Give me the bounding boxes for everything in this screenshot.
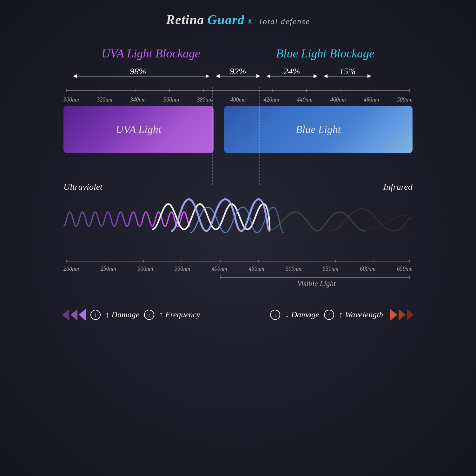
uva-blockage-label: UVA Light Blockage xyxy=(102,46,200,60)
svg-marker-9 xyxy=(267,74,270,78)
svg-marker-13 xyxy=(324,74,327,78)
svg-text:15%: 15% xyxy=(339,67,355,76)
svg-marker-2 xyxy=(206,74,209,78)
nm-450: 450nm xyxy=(249,266,264,272)
uva-box-label: UVA Light xyxy=(116,123,161,136)
wave-section: Ultraviolet Infrared xyxy=(63,156,413,258)
svg-marker-10 xyxy=(314,74,317,78)
svg-text:98%: 98% xyxy=(130,67,146,76)
chevron-2 xyxy=(70,309,77,321)
infrared-label: Infrared xyxy=(383,182,413,192)
left-chevrons xyxy=(62,309,86,321)
nm-340: 340nm xyxy=(130,96,146,103)
visible-light-section: Visible Light xyxy=(63,274,413,290)
bottom-scale-line xyxy=(63,258,413,264)
nm-400: 400nm xyxy=(230,96,246,103)
damage-up-arrow-left: ↑ xyxy=(90,310,101,320)
chevron-r1 xyxy=(390,309,397,321)
svg-rect-30 xyxy=(270,163,413,252)
damage-label-right: ↓ Damage xyxy=(285,310,319,320)
blockage-labels: UVA Light Blockage Blue Light Blockage xyxy=(95,46,381,60)
svg-text:92%: 92% xyxy=(230,67,246,76)
svg-text:24%: 24% xyxy=(284,67,300,76)
nm-460: 460nm xyxy=(330,96,346,103)
uva-box: UVA Light xyxy=(63,106,214,153)
freq-up-arrow: ↑ xyxy=(144,310,154,320)
blue-box: Blue Light xyxy=(224,106,413,153)
wave-up-arrow: ↑ xyxy=(324,310,334,320)
nm-300: 300nm xyxy=(63,96,79,103)
visible-light-label: Visible Light xyxy=(63,279,413,288)
svg-marker-14 xyxy=(367,74,371,78)
percent-scale: 98% 92% 24% 15% xyxy=(63,67,413,86)
nm-440: 440nm xyxy=(297,96,313,103)
nm-650: 650nm xyxy=(397,266,413,272)
nm-380: 380nm xyxy=(197,96,212,103)
svg-marker-1 xyxy=(73,74,77,78)
nm-600: 600nm xyxy=(360,266,375,272)
wave-label: ↑ Wavelength xyxy=(339,310,383,320)
svg-marker-6 xyxy=(256,74,260,78)
nm-320: 320nm xyxy=(97,96,112,103)
nm-550: 550nm xyxy=(323,266,338,272)
wavelength-scale-bottom: 200nm 250nm 300nm 350nm 400nm 450nm 500n… xyxy=(63,266,413,272)
brand-guard: Guard xyxy=(208,12,245,27)
damage-down-arrow: ↓ xyxy=(270,310,280,320)
nm-500-bot: 500nm xyxy=(286,266,301,272)
ultraviolet-label: Ultraviolet xyxy=(63,182,102,192)
colored-boxes: UVA Light Blue Light xyxy=(63,106,413,156)
legend-left: ↑ ↑ Damage ↑ ↑ Frequency xyxy=(62,309,200,321)
nm-500: 500nm xyxy=(397,96,413,103)
brand-registered: ® xyxy=(248,18,253,26)
chevron-r2 xyxy=(399,309,406,321)
legend-right: ↓ ↓ Damage ↑ ↑ Wavelength xyxy=(270,309,414,321)
wave-side-labels: Ultraviolet Infrared xyxy=(63,182,413,192)
right-chevrons xyxy=(390,309,414,321)
header: RetinaGuard® Total defense xyxy=(166,12,310,27)
brand-retina: Retina xyxy=(166,12,204,27)
blue-box-label: Blue Light xyxy=(296,123,341,136)
nm-350: 350nm xyxy=(175,266,190,272)
svg-marker-5 xyxy=(216,74,220,78)
nm-200: 200nm xyxy=(63,266,79,272)
legend: ↑ ↑ Damage ↑ ↑ Frequency ↓ ↓ Damage ↑ ↑ … xyxy=(62,309,414,321)
top-scale-line xyxy=(63,86,413,95)
brand-tagline: Total defense xyxy=(258,17,310,26)
wavelength-scale-top: 300nm 320nm 340nm 360nm 380nm 400nm 420n… xyxy=(63,96,413,103)
nm-300-bot: 300nm xyxy=(138,266,153,272)
nm-360: 360nm xyxy=(163,96,179,103)
freq-label: ↑ Frequency xyxy=(159,310,200,320)
chevron-1 xyxy=(62,309,69,321)
diagram-container: 98% 92% 24% 15% xyxy=(63,67,413,290)
blue-blockage-label: Blue Light Blockage xyxy=(276,46,374,60)
nm-420: 420nm xyxy=(264,96,279,103)
chevron-r3 xyxy=(407,309,414,321)
nm-250: 250nm xyxy=(101,266,116,272)
svg-rect-29 xyxy=(190,163,270,252)
damage-label-left: ↑ Damage xyxy=(105,310,140,320)
nm-480: 480nm xyxy=(364,96,379,103)
chevron-3 xyxy=(79,309,86,321)
nm-400-bot: 400nm xyxy=(212,266,227,272)
